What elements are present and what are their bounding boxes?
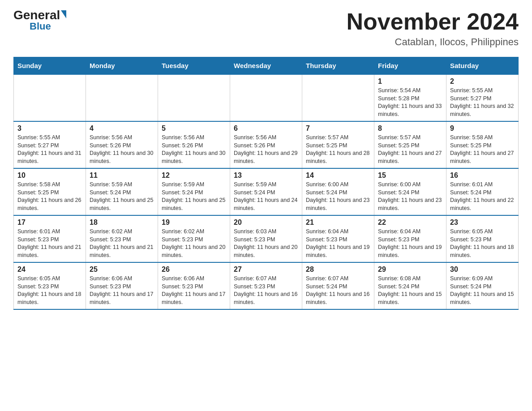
table-row: 16Sunrise: 6:01 AMSunset: 5:24 PMDayligh… xyxy=(446,168,519,215)
table-row xyxy=(302,74,374,121)
title-block: November 2024 Catablan, Ilocos, Philippi… xyxy=(347,9,519,48)
calendar-week-row: 17Sunrise: 6:01 AMSunset: 5:23 PMDayligh… xyxy=(14,215,519,262)
day-info: Sunrise: 6:05 AMSunset: 5:23 PMDaylight:… xyxy=(450,228,515,259)
header-saturday: Saturday xyxy=(446,57,519,75)
table-row: 23Sunrise: 6:05 AMSunset: 5:23 PMDayligh… xyxy=(446,215,519,262)
calendar-title: November 2024 xyxy=(347,9,519,34)
day-info: Sunrise: 6:01 AMSunset: 5:23 PMDaylight:… xyxy=(17,228,82,259)
header-monday: Monday xyxy=(86,57,158,75)
day-info: Sunrise: 5:57 AMSunset: 5:25 PMDaylight:… xyxy=(378,134,442,165)
table-row: 22Sunrise: 6:04 AMSunset: 5:23 PMDayligh… xyxy=(374,215,446,262)
table-row: 9Sunrise: 5:58 AMSunset: 5:25 PMDaylight… xyxy=(446,121,519,168)
table-row: 29Sunrise: 6:08 AMSunset: 5:24 PMDayligh… xyxy=(374,262,446,309)
day-info: Sunrise: 6:06 AMSunset: 5:23 PMDaylight:… xyxy=(90,275,154,306)
day-info: Sunrise: 6:06 AMSunset: 5:23 PMDaylight:… xyxy=(162,275,226,306)
day-info: Sunrise: 6:09 AMSunset: 5:24 PMDaylight:… xyxy=(450,275,515,306)
header-friday: Friday xyxy=(374,57,446,75)
header-wednesday: Wednesday xyxy=(230,57,302,75)
logo-blue-text: Blue xyxy=(30,21,51,31)
day-info: Sunrise: 5:54 AMSunset: 5:28 PMDaylight:… xyxy=(378,87,442,118)
table-row: 17Sunrise: 6:01 AMSunset: 5:23 PMDayligh… xyxy=(14,215,86,262)
table-row: 11Sunrise: 5:59 AMSunset: 5:24 PMDayligh… xyxy=(86,168,158,215)
day-info: Sunrise: 6:01 AMSunset: 5:24 PMDaylight:… xyxy=(450,181,515,212)
table-row: 24Sunrise: 6:05 AMSunset: 5:23 PMDayligh… xyxy=(14,262,86,309)
logo: General Blue xyxy=(13,9,66,31)
table-row: 21Sunrise: 6:04 AMSunset: 5:23 PMDayligh… xyxy=(302,215,374,262)
day-number: 4 xyxy=(90,124,154,133)
table-row: 19Sunrise: 6:02 AMSunset: 5:23 PMDayligh… xyxy=(158,215,230,262)
day-info: Sunrise: 5:56 AMSunset: 5:26 PMDaylight:… xyxy=(162,134,226,165)
header-thursday: Thursday xyxy=(302,57,374,75)
table-row xyxy=(230,74,302,121)
table-row xyxy=(86,74,158,121)
day-number: 16 xyxy=(450,171,515,180)
calendar-week-row: 10Sunrise: 5:58 AMSunset: 5:25 PMDayligh… xyxy=(14,168,519,215)
table-row: 14Sunrise: 6:00 AMSunset: 5:24 PMDayligh… xyxy=(302,168,374,215)
day-info: Sunrise: 6:07 AMSunset: 5:23 PMDaylight:… xyxy=(234,275,298,306)
table-row xyxy=(14,74,86,121)
day-info: Sunrise: 5:58 AMSunset: 5:25 PMDaylight:… xyxy=(450,134,515,165)
day-info: Sunrise: 6:04 AMSunset: 5:23 PMDaylight:… xyxy=(306,228,370,259)
table-row: 28Sunrise: 6:07 AMSunset: 5:24 PMDayligh… xyxy=(302,262,374,309)
logo-triangle-icon xyxy=(61,10,66,18)
day-number: 23 xyxy=(450,218,515,227)
day-number: 12 xyxy=(162,171,226,180)
logo-general-text: General xyxy=(13,9,60,21)
day-number: 6 xyxy=(234,124,298,133)
table-row: 18Sunrise: 6:02 AMSunset: 5:23 PMDayligh… xyxy=(86,215,158,262)
day-info: Sunrise: 6:02 AMSunset: 5:23 PMDaylight:… xyxy=(90,228,154,259)
day-info: Sunrise: 6:04 AMSunset: 5:23 PMDaylight:… xyxy=(378,228,442,259)
day-info: Sunrise: 5:58 AMSunset: 5:25 PMDaylight:… xyxy=(17,181,82,212)
day-number: 30 xyxy=(450,265,515,274)
table-row: 3Sunrise: 5:55 AMSunset: 5:27 PMDaylight… xyxy=(14,121,86,168)
day-info: Sunrise: 5:59 AMSunset: 5:24 PMDaylight:… xyxy=(234,181,298,212)
day-info: Sunrise: 5:59 AMSunset: 5:24 PMDaylight:… xyxy=(90,181,154,212)
day-info: Sunrise: 6:07 AMSunset: 5:24 PMDaylight:… xyxy=(306,275,370,306)
day-number: 8 xyxy=(378,124,442,133)
day-number: 11 xyxy=(90,171,154,180)
header-sunday: Sunday xyxy=(14,57,86,75)
table-row: 26Sunrise: 6:06 AMSunset: 5:23 PMDayligh… xyxy=(158,262,230,309)
day-number: 13 xyxy=(234,171,298,180)
table-row: 15Sunrise: 6:00 AMSunset: 5:24 PMDayligh… xyxy=(374,168,446,215)
day-number: 9 xyxy=(450,124,515,133)
table-row: 25Sunrise: 6:06 AMSunset: 5:23 PMDayligh… xyxy=(86,262,158,309)
day-info: Sunrise: 6:08 AMSunset: 5:24 PMDaylight:… xyxy=(378,275,442,306)
day-number: 26 xyxy=(162,265,226,274)
table-row: 4Sunrise: 5:56 AMSunset: 5:26 PMDaylight… xyxy=(86,121,158,168)
weekday-header-row: Sunday Monday Tuesday Wednesday Thursday… xyxy=(14,57,519,75)
day-number: 2 xyxy=(450,77,515,86)
table-row xyxy=(158,74,230,121)
table-row: 5Sunrise: 5:56 AMSunset: 5:26 PMDaylight… xyxy=(158,121,230,168)
table-row: 10Sunrise: 5:58 AMSunset: 5:25 PMDayligh… xyxy=(14,168,86,215)
day-number: 14 xyxy=(306,171,370,180)
day-info: Sunrise: 6:00 AMSunset: 5:24 PMDaylight:… xyxy=(378,181,442,212)
day-info: Sunrise: 5:56 AMSunset: 5:26 PMDaylight:… xyxy=(234,134,298,165)
day-number: 18 xyxy=(90,218,154,227)
day-number: 15 xyxy=(378,171,442,180)
table-row: 20Sunrise: 6:03 AMSunset: 5:23 PMDayligh… xyxy=(230,215,302,262)
calendar-table: Sunday Monday Tuesday Wednesday Thursday… xyxy=(13,57,519,310)
day-info: Sunrise: 6:05 AMSunset: 5:23 PMDaylight:… xyxy=(17,275,82,306)
day-number: 20 xyxy=(234,218,298,227)
day-number: 24 xyxy=(17,265,82,274)
day-info: Sunrise: 6:03 AMSunset: 5:23 PMDaylight:… xyxy=(234,228,298,259)
table-row: 7Sunrise: 5:57 AMSunset: 5:25 PMDaylight… xyxy=(302,121,374,168)
day-number: 10 xyxy=(17,171,82,180)
calendar-week-row: 24Sunrise: 6:05 AMSunset: 5:23 PMDayligh… xyxy=(14,262,519,309)
day-info: Sunrise: 6:02 AMSunset: 5:23 PMDaylight:… xyxy=(162,228,226,259)
day-number: 5 xyxy=(162,124,226,133)
calendar-week-row: 3Sunrise: 5:55 AMSunset: 5:27 PMDaylight… xyxy=(14,121,519,168)
day-number: 21 xyxy=(306,218,370,227)
day-number: 28 xyxy=(306,265,370,274)
table-row: 2Sunrise: 5:55 AMSunset: 5:27 PMDaylight… xyxy=(446,74,519,121)
table-row: 27Sunrise: 6:07 AMSunset: 5:23 PMDayligh… xyxy=(230,262,302,309)
day-number: 17 xyxy=(17,218,82,227)
table-row: 8Sunrise: 5:57 AMSunset: 5:25 PMDaylight… xyxy=(374,121,446,168)
day-info: Sunrise: 5:55 AMSunset: 5:27 PMDaylight:… xyxy=(17,134,82,165)
day-number: 25 xyxy=(90,265,154,274)
day-number: 29 xyxy=(378,265,442,274)
table-row: 1Sunrise: 5:54 AMSunset: 5:28 PMDaylight… xyxy=(374,74,446,121)
day-info: Sunrise: 5:55 AMSunset: 5:27 PMDaylight:… xyxy=(450,87,515,118)
day-number: 19 xyxy=(162,218,226,227)
